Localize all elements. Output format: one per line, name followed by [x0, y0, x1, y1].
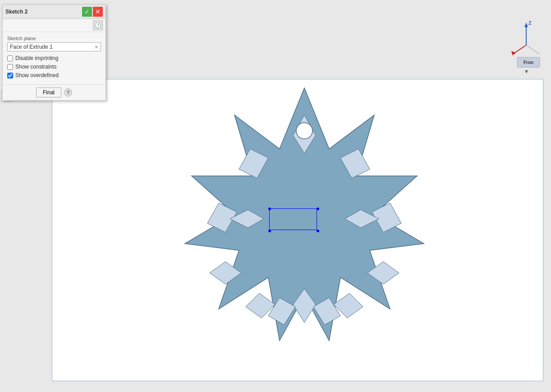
show-constraints-label: Show constraints [15, 64, 56, 70]
history-button[interactable]: 🕐 [93, 20, 103, 30]
selection-handle-br[interactable] [317, 230, 319, 232]
cancel-button[interactable]: ✕ [93, 7, 103, 17]
show-overdefined-checkbox[interactable] [7, 73, 13, 78]
panel-footer: Final ? [3, 84, 106, 100]
show-constraints-row: Show constraints [7, 64, 101, 70]
panel-title: Sketch 2 [5, 9, 28, 15]
panel-body: Sketch plane Face of Extrude 1 × Disable… [3, 32, 106, 84]
confirm-button[interactable]: ✓ [82, 7, 92, 17]
text-selection-box [269, 208, 317, 230]
sketch-plane-label: Sketch plane [7, 36, 101, 41]
sketch-plane-field: Face of Extrude 1 × [7, 42, 101, 51]
final-button[interactable]: Final [36, 88, 61, 97]
svg-text:Fron: Fron [523, 60, 533, 65]
svg-marker-21 [511, 51, 516, 55]
plane-clear-button[interactable]: × [95, 44, 98, 50]
svg-text:▾: ▾ [525, 68, 528, 74]
svg-text:Z: Z [528, 20, 532, 26]
sketch-panel: Sketch 2 ✓ ✕ 🕐 Sketch plane Face of Extr… [2, 5, 106, 101]
disable-imprinting-row: Disable imprinting [7, 55, 101, 61]
show-overdefined-label: Show overdefined [15, 72, 59, 78]
svg-point-15 [296, 123, 312, 139]
panel-header: Sketch 2 ✓ ✕ [3, 5, 106, 19]
selection-handle-bl[interactable] [268, 230, 271, 232]
help-button[interactable]: ? [64, 88, 72, 97]
disable-imprinting-label: Disable imprinting [15, 55, 58, 61]
sketch-plane-value: Face of Extrude 1 [10, 44, 95, 50]
svg-marker-17 [524, 23, 528, 27]
viewport-cube: Z Fron ▾ [510, 16, 546, 74]
clock-icon: 🕐 [95, 22, 101, 28]
disable-imprinting-checkbox[interactable] [7, 55, 13, 61]
show-constraints-checkbox[interactable] [7, 64, 13, 70]
svg-line-20 [526, 45, 540, 54]
selection-handle-tr[interactable] [317, 208, 319, 210]
show-overdefined-row: Show overdefined [7, 72, 101, 78]
text-1st-group[interactable]: 1ST! [264, 208, 303, 228]
selection-handle-tl[interactable] [268, 208, 271, 210]
